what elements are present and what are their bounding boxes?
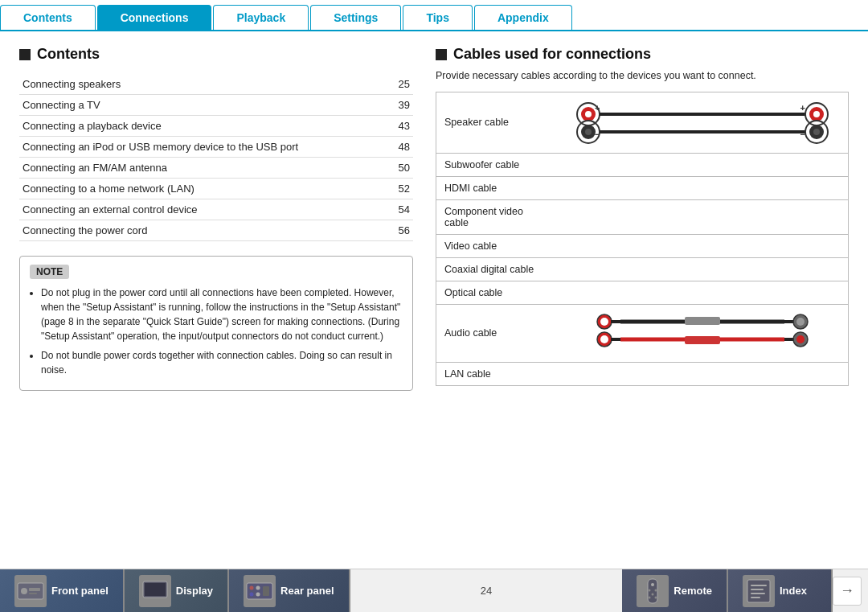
svg-rect-31 bbox=[784, 338, 794, 341]
rear-panel-thumbnail bbox=[244, 575, 276, 607]
cable-row: Component video cable bbox=[436, 199, 849, 234]
front-panel-thumbnail bbox=[14, 575, 47, 607]
svg-rect-46 bbox=[263, 586, 269, 596]
cable-label: HDMI cable bbox=[436, 176, 557, 199]
display-thumbnail bbox=[139, 575, 171, 607]
cable-image-empty bbox=[557, 234, 849, 257]
tab-contents[interactable]: Contents bbox=[0, 5, 96, 30]
page-number: 24 bbox=[350, 585, 623, 597]
toc-row[interactable]: Connecting an iPod or USB memory device … bbox=[19, 137, 413, 158]
cable-label: Subwoofer cable bbox=[436, 153, 557, 176]
contents-title: Contents bbox=[19, 46, 413, 63]
tab-tips[interactable]: Tips bbox=[403, 5, 473, 30]
cables-description: Provide necessary cables according to th… bbox=[436, 69, 849, 84]
toc-row[interactable]: Connecting a TV39 bbox=[19, 95, 413, 116]
tab-settings[interactable]: Settings bbox=[310, 5, 401, 30]
svg-rect-39 bbox=[145, 583, 166, 596]
toc-page-number: 54 bbox=[384, 199, 413, 220]
svg-point-30 bbox=[796, 318, 805, 326]
svg-point-35 bbox=[21, 588, 27, 594]
cable-image-empty bbox=[557, 176, 849, 199]
toc-row[interactable]: Connecting the power cord56 bbox=[19, 220, 413, 241]
toc-table: Connecting speakers25Connecting a TV39Co… bbox=[19, 74, 413, 241]
cable-label: Audio cable bbox=[436, 304, 557, 362]
toc-page-number: 52 bbox=[384, 179, 413, 199]
audio-cable-image bbox=[557, 304, 849, 362]
toc-page-number: 39 bbox=[384, 95, 413, 116]
svg-rect-40 bbox=[151, 599, 159, 602]
svg-point-50 bbox=[655, 589, 657, 591]
svg-text:+: + bbox=[595, 103, 600, 113]
svg-rect-37 bbox=[29, 593, 37, 594]
svg-rect-57 bbox=[751, 593, 765, 594]
bottom-tab-remote[interactable]: Remote bbox=[622, 569, 728, 612]
svg-point-2 bbox=[585, 111, 592, 117]
toc-item-label: Connecting to a home network (LAN) bbox=[19, 179, 384, 199]
toc-row[interactable]: Connecting an external control device54 bbox=[19, 199, 413, 220]
svg-text:−: − bbox=[595, 129, 600, 139]
index-label: Index bbox=[780, 585, 807, 597]
toc-row[interactable]: Connecting speakers25 bbox=[19, 74, 413, 95]
svg-rect-26 bbox=[685, 317, 720, 325]
index-thumbnail bbox=[743, 575, 775, 607]
svg-rect-36 bbox=[29, 588, 40, 591]
cable-row: HDMI cable bbox=[436, 176, 849, 199]
toc-item-label: Connecting an iPod or USB memory device … bbox=[19, 137, 384, 158]
cable-row: Video cable bbox=[436, 234, 849, 257]
cable-row: Coaxial digital cable bbox=[436, 257, 849, 281]
bottom-navigation: Front panel Display Rear panel 24 Remote… bbox=[0, 569, 868, 612]
cable-label: Optical cable bbox=[436, 281, 557, 304]
front-panel-label: Front panel bbox=[51, 585, 108, 597]
tab-playback[interactable]: Playback bbox=[213, 5, 309, 30]
remote-label: Remote bbox=[674, 585, 712, 597]
svg-point-43 bbox=[250, 592, 254, 596]
tab-appendix[interactable]: Appendix bbox=[474, 5, 572, 30]
remote-thumbnail bbox=[637, 575, 669, 607]
cable-row: Optical cable bbox=[436, 281, 849, 304]
cable-image-empty bbox=[557, 257, 849, 281]
toc-page-number: 56 bbox=[384, 220, 413, 241]
toc-row[interactable]: Connecting to a home network (LAN)52 bbox=[19, 179, 413, 199]
bottom-tab-front-panel[interactable]: Front panel bbox=[0, 569, 125, 612]
toc-page-number: 43 bbox=[384, 116, 413, 137]
main-content: Contents Connecting speakers25Connecting… bbox=[0, 31, 868, 569]
bottom-tab-index[interactable]: Index bbox=[728, 569, 833, 612]
cable-label: LAN cable bbox=[436, 362, 557, 385]
svg-point-51 bbox=[652, 593, 654, 595]
cable-row: Audio cable bbox=[436, 304, 849, 362]
toc-item-label: Connecting an FM/AM antenna bbox=[19, 158, 384, 179]
bottom-tab-rear-panel[interactable]: Rear panel bbox=[229, 569, 350, 612]
cable-image-empty bbox=[557, 362, 849, 385]
svg-rect-27 bbox=[685, 336, 720, 344]
cable-image-empty bbox=[557, 199, 849, 234]
note-item: Do not bundle power cords together with … bbox=[41, 348, 403, 377]
display-label: Display bbox=[176, 585, 213, 597]
cable-image-empty bbox=[557, 281, 849, 304]
toc-item-label: Connecting a playback device bbox=[19, 116, 384, 137]
toc-item-label: Connecting speakers bbox=[19, 74, 384, 95]
toc-page-number: 48 bbox=[384, 137, 413, 158]
toc-row[interactable]: Connecting a playback device43 bbox=[19, 116, 413, 137]
svg-point-16 bbox=[813, 129, 820, 135]
top-navigation: Contents Connections Playback Settings T… bbox=[0, 0, 868, 31]
tab-connections[interactable]: Connections bbox=[97, 5, 212, 30]
svg-rect-28 bbox=[784, 320, 794, 323]
svg-point-53 bbox=[655, 596, 657, 598]
note-item: Do not plug in the power cord until all … bbox=[41, 285, 403, 343]
next-arrow[interactable]: → bbox=[833, 577, 862, 606]
svg-point-42 bbox=[250, 585, 254, 589]
toc-item-label: Connecting an external control device bbox=[19, 199, 384, 220]
svg-point-22 bbox=[600, 335, 608, 343]
toc-row[interactable]: Connecting an FM/AM antenna50 bbox=[19, 158, 413, 179]
svg-point-48 bbox=[651, 583, 654, 586]
toc-page-number: 50 bbox=[384, 158, 413, 179]
svg-point-44 bbox=[256, 585, 260, 589]
cable-label: Speaker cable bbox=[436, 92, 557, 153]
toc-page-number: 25 bbox=[384, 74, 413, 95]
note-list: Do not plug in the power cord until all … bbox=[30, 285, 403, 377]
bottom-tab-display[interactable]: Display bbox=[125, 569, 229, 612]
speaker-cable-image: + − + − bbox=[557, 92, 849, 153]
svg-text:+: + bbox=[800, 103, 805, 113]
cable-label: Coaxial digital cable bbox=[436, 257, 557, 281]
cable-row: Subwoofer cable bbox=[436, 153, 849, 176]
